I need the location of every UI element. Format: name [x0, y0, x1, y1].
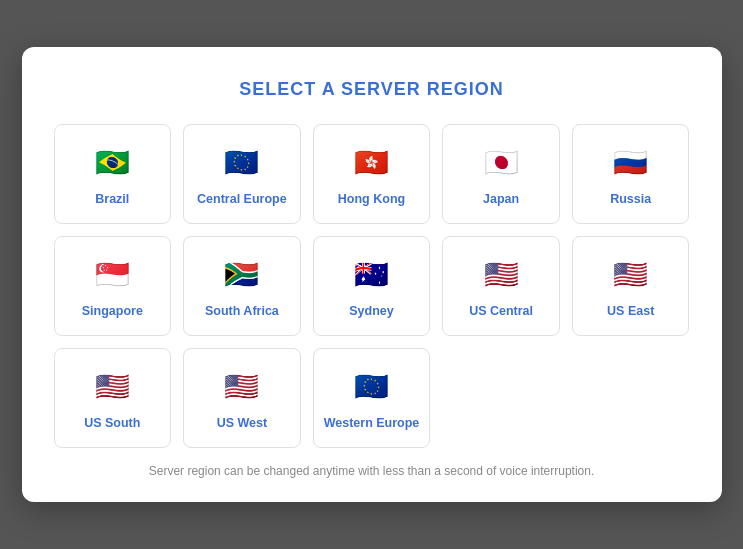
- flag-central-europe: 🇪🇺: [216, 145, 268, 181]
- flag-brazil: 🇧🇷: [86, 145, 138, 181]
- region-name-us-central: US Central: [469, 303, 533, 319]
- region-card-us-south[interactable]: 🇺🇸US South: [54, 348, 172, 448]
- region-name-sydney: Sydney: [349, 303, 393, 319]
- flag-hong-kong: 🇭🇰: [345, 145, 397, 181]
- region-name-us-east: US East: [607, 303, 654, 319]
- region-name-us-west: US West: [217, 415, 267, 431]
- region-card-central-europe[interactable]: 🇪🇺Central Europe: [183, 124, 301, 224]
- region-name-western-europe: Western Europe: [324, 415, 420, 431]
- flag-south-africa: 🇿🇦: [216, 257, 268, 293]
- region-card-sydney[interactable]: 🇦🇺Sydney: [313, 236, 431, 336]
- flag-us-west: 🇺🇸: [216, 369, 268, 405]
- flag-singapore: 🇸🇬: [86, 257, 138, 293]
- flag-japan: 🇯🇵: [475, 145, 527, 181]
- flag-western-europe: 🇪🇺: [345, 369, 397, 405]
- region-name-central-europe: Central Europe: [197, 191, 287, 207]
- region-grid: 🇧🇷Brazil🇪🇺Central Europe🇭🇰Hong Kong🇯🇵Jap…: [54, 124, 690, 448]
- region-name-us-south: US South: [84, 415, 140, 431]
- region-name-singapore: Singapore: [82, 303, 143, 319]
- flag-russia: 🇷🇺: [605, 145, 657, 181]
- flag-us-central: 🇺🇸: [475, 257, 527, 293]
- region-card-singapore[interactable]: 🇸🇬Singapore: [54, 236, 172, 336]
- flag-us-south: 🇺🇸: [86, 369, 138, 405]
- region-name-brazil: Brazil: [95, 191, 129, 207]
- footer-note: Server region can be changed anytime wit…: [54, 464, 690, 478]
- region-card-russia[interactable]: 🇷🇺Russia: [572, 124, 690, 224]
- region-card-south-africa[interactable]: 🇿🇦South Africa: [183, 236, 301, 336]
- flag-sydney: 🇦🇺: [345, 257, 397, 293]
- region-card-brazil[interactable]: 🇧🇷Brazil: [54, 124, 172, 224]
- region-card-hong-kong[interactable]: 🇭🇰Hong Kong: [313, 124, 431, 224]
- region-card-us-central[interactable]: 🇺🇸US Central: [442, 236, 560, 336]
- region-name-hong-kong: Hong Kong: [338, 191, 405, 207]
- modal-title: SELECT A SERVER REGION: [54, 79, 690, 100]
- server-region-modal: SELECT A SERVER REGION 🇧🇷Brazil🇪🇺Central…: [22, 47, 722, 502]
- region-name-south-africa: South Africa: [205, 303, 279, 319]
- region-card-western-europe[interactable]: 🇪🇺Western Europe: [313, 348, 431, 448]
- region-name-japan: Japan: [483, 191, 519, 207]
- region-card-japan[interactable]: 🇯🇵Japan: [442, 124, 560, 224]
- region-card-us-west[interactable]: 🇺🇸US West: [183, 348, 301, 448]
- region-name-russia: Russia: [610, 191, 651, 207]
- flag-us-east: 🇺🇸: [605, 257, 657, 293]
- region-card-us-east[interactable]: 🇺🇸US East: [572, 236, 690, 336]
